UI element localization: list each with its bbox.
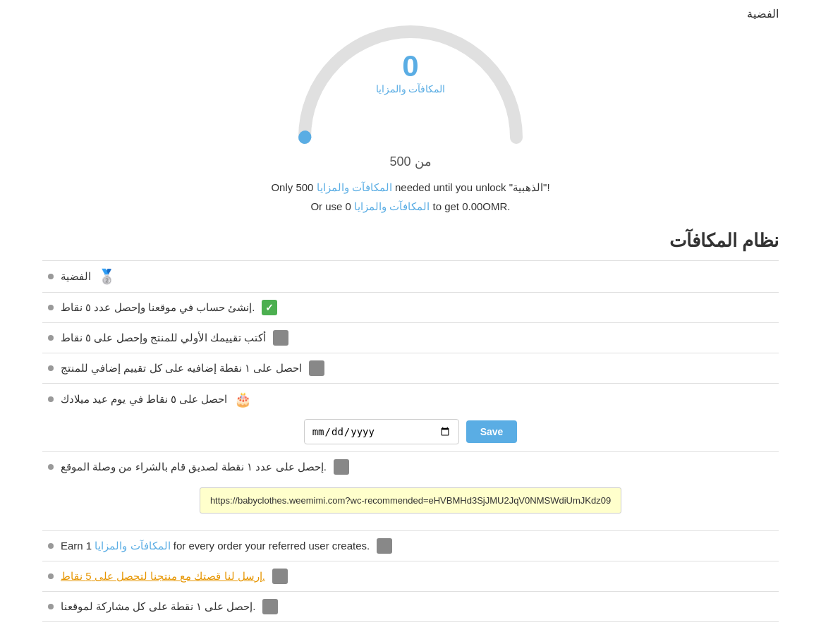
gauge-points: 0 — [376, 49, 446, 83]
bullet-extra-review — [48, 365, 54, 371]
info-line1-gold: Only 500 المكافآت والمزايا needed until … — [271, 181, 549, 193]
checkbox-green-register — [262, 300, 277, 315]
item-text-birthday: احصل على ٥ نقاط في يوم عيد ميلادك — [61, 393, 227, 406]
checkbox-gray-extra-review — [309, 360, 324, 376]
item-text-send-story[interactable]: .إرسل لنا قصتك مع منتجنا لتحصل على 5 نقا… — [61, 570, 265, 583]
birthday-date-input[interactable] — [304, 419, 459, 444]
item-text-referral: .إحصل على عدد ١ نقطة لصديق قام بالشراء م… — [61, 461, 327, 473]
gauge-points-label: المكافآت والمزايا — [376, 83, 446, 95]
referral-url-box[interactable]: https://babyclothes.weemimi.com?wc-recom… — [200, 487, 621, 514]
list-item-birthday: 🎂 احصل على ٥ نقاط في يوم عيد ميلادك Save — [42, 384, 779, 452]
bullet-send-story — [48, 573, 54, 579]
checkbox-gray-social-share — [262, 599, 278, 614]
checkbox-gray-send-story — [272, 569, 288, 584]
gauge-chart: 0 المكافآت والمزايا — [284, 7, 537, 148]
referral-row: .إحصل على عدد ١ نقطة لصديق قام بالشراء م… — [42, 459, 779, 475]
item-text-earn-order: Earn 1 المكافآت والمزايا for every order… — [61, 540, 370, 552]
list-item-register: .إنشئ حساب في موقعنا وإحصل عدد ٥ نقاط — [42, 293, 779, 323]
checkbox-gray-referral — [334, 459, 349, 475]
list-item-send-story: .إرسل لنا قصتك مع منتجنا لتحصل على 5 نقا… — [42, 561, 779, 592]
info-block: Only 500 المكافآت والمزايا needed until … — [42, 178, 779, 216]
item-text-extra-review: احصل على ١ نقطة إضافيه على كل تقييم إضاف… — [61, 362, 302, 375]
item-text-social-share: .إحصل على ١ نقطة على كل مشاركة لموقعنا — [61, 600, 255, 613]
bullet-silver — [48, 274, 54, 279]
bullet-referral — [48, 464, 54, 470]
referral-url-row: https://babyclothes.weemimi.com?wc-recom… — [200, 482, 621, 523]
medal-icon: 🥈 — [98, 268, 116, 285]
birthday-row: 🎂 احصل على ٥ نقاط في يوم عيد ميلادك — [42, 391, 779, 408]
section-title: نظام المكافآت — [42, 230, 779, 252]
save-button[interactable]: Save — [466, 420, 518, 443]
checkbox-gray-first-review — [273, 330, 288, 346]
list-item-silver: 🥈 الفضية — [42, 260, 779, 293]
list-item-earn-order: Earn 1 المكافآت والمزايا for every order… — [42, 531, 779, 561]
gauge-section: 0 المكافآت والمزايا من 500 — [42, 0, 779, 169]
gauge-center-text: 0 المكافآت والمزايا — [376, 49, 446, 95]
birthday-icon: 🎂 — [234, 391, 252, 408]
bullet-register — [48, 305, 54, 310]
rewards-list: 🥈 الفضية .إنشئ حساب في موقعنا وإحصل عدد … — [42, 260, 779, 622]
list-item-extra-review: احصل على ١ نقطة إضافيه على كل تقييم إضاف… — [42, 353, 779, 384]
item-text-register: .إنشئ حساب في موقعنا وإحصل عدد ٥ نقاط — [61, 301, 255, 314]
info-line-1: Only 500 المكافآت والمزايا needed until … — [42, 178, 779, 197]
list-item-first-review: أكتب تقييمك الأولي للمنتج وإحصل على ٥ نق… — [42, 323, 779, 353]
bullet-first-review — [48, 335, 54, 341]
birthday-sub: Save — [304, 419, 518, 444]
list-item-social-share: .إحصل على ١ نقطة على كل مشاركة لموقعنا — [42, 592, 779, 622]
list-item-referral: .إحصل على عدد ١ نقطة لصديق قام بالشراء م… — [42, 452, 779, 531]
info-line-2: Or use 0 المكافآت والمزايا to get 0.00OM… — [42, 197, 779, 216]
bullet-earn-order — [48, 543, 54, 549]
top-tier-label: الفضية — [747, 7, 779, 20]
gauge-from-text: من 500 — [389, 154, 431, 169]
earn-blue-text: المكافآت والمزايا — [95, 540, 170, 552]
item-text-first-review: أكتب تقييمك الأولي للمنتج وإحصل على ٥ نق… — [61, 332, 266, 344]
bullet-birthday — [48, 396, 54, 402]
item-text-silver: الفضية — [61, 270, 91, 283]
info-line2-text: Or use 0 المكافآت والمزايا to get 0.00OM… — [310, 200, 510, 212]
bullet-social-share — [48, 604, 54, 609]
checkbox-gray-earn-order — [377, 538, 392, 554]
